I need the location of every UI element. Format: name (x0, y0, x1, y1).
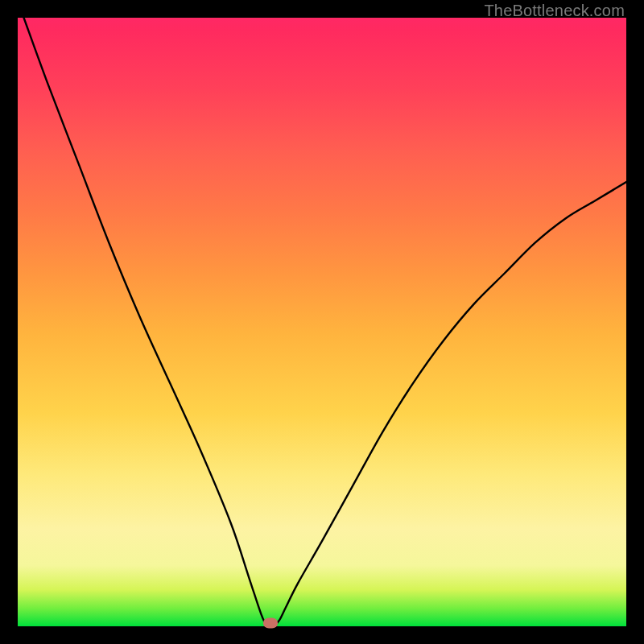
optimum-marker (263, 618, 278, 629)
bottleneck-curve (18, 18, 626, 626)
plot-area (18, 18, 626, 626)
chart-frame: TheBottleneck.com (0, 0, 644, 644)
